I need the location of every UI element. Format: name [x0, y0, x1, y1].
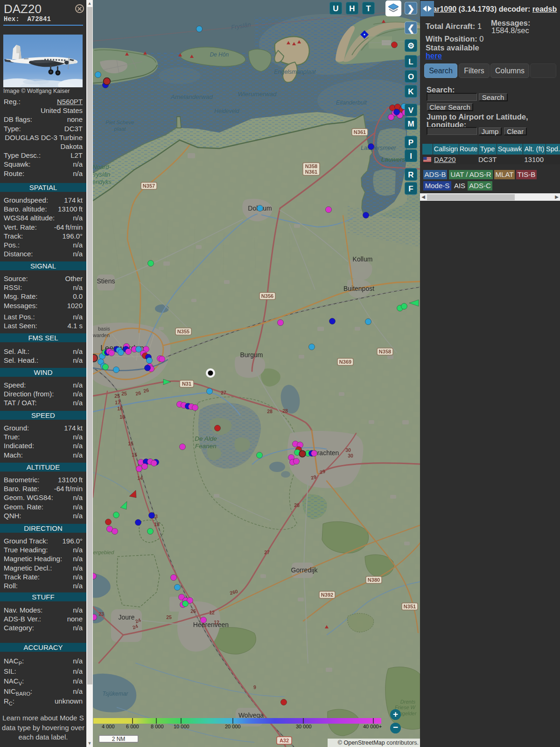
- svg-text:N358: N358: [305, 163, 317, 169]
- svg-text:16: 16: [119, 414, 125, 420]
- svg-text:Heideveld: Heideveld: [214, 108, 239, 114]
- svg-text:Amelanderwad: Amelanderwad: [170, 93, 213, 100]
- svg-text:Buitenpost: Buitenpost: [343, 285, 374, 292]
- svg-text:28: 28: [294, 502, 300, 508]
- svg-text:N358: N358: [379, 349, 391, 354]
- svg-text:warden: warden: [93, 332, 110, 338]
- svg-text:basis: basis: [98, 326, 110, 331]
- svg-text:Tsjûkemar: Tsjûkemar: [103, 691, 129, 697]
- svg-text:13: 13: [154, 521, 160, 527]
- svg-text:Noard-: Noard-: [93, 163, 112, 170]
- svg-text:N392: N392: [321, 592, 333, 598]
- svg-text:26: 26: [190, 608, 196, 614]
- svg-text:15: 15: [128, 441, 133, 446]
- svg-text:Fryslân: Fryslân: [93, 171, 110, 178]
- svg-text:Kollum: Kollum: [353, 255, 373, 263]
- svg-text:28: 28: [267, 409, 273, 414]
- svg-text:17: 17: [115, 400, 120, 405]
- svg-text:27: 27: [221, 390, 226, 395]
- svg-text:28: 28: [282, 408, 288, 414]
- svg-text:De Alde: De Alde: [195, 435, 217, 442]
- svg-text:N380: N380: [368, 577, 380, 583]
- svg-text:N369: N369: [339, 359, 351, 365]
- svg-text:Feanen: Feanen: [195, 443, 217, 450]
- svg-text:Wierumerwad: Wierumerwad: [238, 91, 277, 98]
- svg-text:25: 25: [121, 391, 127, 396]
- svg-text:Heerenveen: Heerenveen: [193, 621, 229, 628]
- svg-text:Lauwersmeer: Lauwersmeer: [361, 145, 397, 151]
- svg-text:16: 16: [117, 406, 123, 411]
- svg-text:25: 25: [166, 614, 172, 620]
- svg-text:N355: N355: [177, 329, 189, 334]
- svg-text:30: 30: [348, 453, 353, 458]
- svg-text:N31: N31: [182, 381, 191, 387]
- svg-text:14: 14: [137, 475, 143, 481]
- svg-text:Piet Scheve: Piet Scheve: [105, 120, 134, 125]
- svg-text:N356: N356: [261, 293, 273, 299]
- svg-text:Drents: Drents: [400, 699, 416, 705]
- svg-text:N361: N361: [305, 169, 317, 175]
- svg-text:23: 23: [98, 611, 104, 617]
- svg-text:plaat: plaat: [114, 126, 126, 132]
- svg-text:Joure: Joure: [118, 613, 134, 621]
- svg-text:N361: N361: [354, 129, 366, 135]
- svg-text:27: 27: [264, 550, 270, 555]
- svg-text:25: 25: [114, 393, 120, 399]
- svg-text:N357: N357: [143, 183, 155, 189]
- svg-text:Stiens: Stiens: [97, 277, 115, 285]
- svg-text:Engelsmanplaat: Engelsmanplaat: [274, 69, 316, 75]
- svg-text:15: 15: [132, 452, 137, 458]
- svg-text:12: 12: [214, 620, 219, 625]
- svg-text:Burgum: Burgum: [240, 351, 263, 359]
- svg-text:12: 12: [209, 610, 215, 615]
- svg-text:ergebied: ergebied: [93, 550, 114, 555]
- svg-text:Gorredijk: Gorredijk: [291, 566, 318, 574]
- svg-text:30: 30: [345, 447, 351, 453]
- svg-text:9: 9: [253, 684, 256, 690]
- svg-text:De Hôn: De Hôn: [210, 51, 229, 58]
- svg-text:ûtendyks: ûtendyks: [93, 178, 112, 185]
- svg-text:Eilanderbult: Eilanderbult: [336, 99, 367, 106]
- svg-text:A32: A32: [280, 738, 289, 743]
- svg-text:N351: N351: [404, 604, 416, 609]
